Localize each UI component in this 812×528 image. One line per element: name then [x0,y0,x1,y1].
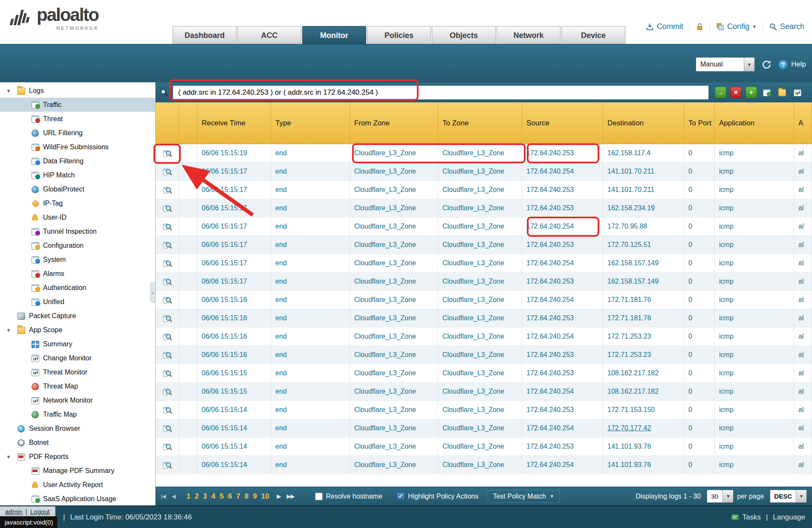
cell-from-zone[interactable]: Cloudflare_L3_Zone [350,291,438,309]
language-button[interactable]: Language [773,513,805,522]
cell-action[interactable]: al [794,383,812,401]
sidebar-item-system[interactable]: System [0,252,155,267]
cell-to-port[interactable]: 0 [684,218,715,236]
cell-application[interactable]: icmp [715,328,794,346]
log-detail-icon[interactable] [163,369,172,377]
cell-from-zone[interactable]: Cloudflare_L3_Zone [350,162,438,181]
page-3[interactable]: 3 [203,492,207,501]
prev-page-button[interactable]: ◀ [171,493,175,499]
sidebar-collapse-handle[interactable]: ‹ [150,283,155,302]
sidebar-item-traffic-map[interactable]: Traffic Map [0,407,155,421]
column-header-to-port[interactable]: To Port [684,102,715,144]
sidebar-item-change-monitor[interactable]: Change Monitor [0,351,155,365]
log-detail-icon[interactable] [163,388,172,396]
cell-type[interactable]: end [271,144,350,162]
cell-destination[interactable]: 162.158.157.149 [603,273,684,291]
cell-application[interactable]: icmp [715,401,794,419]
cell-action[interactable]: al [794,162,812,181]
cell-destination[interactable]: 141.101.70.211 [603,162,684,181]
column-header-source[interactable]: Source [522,102,603,144]
commit-button[interactable]: Commit [646,22,683,31]
cell-destination[interactable]: 108.162.217.182 [603,364,684,383]
cell-destination[interactable]: 172.70.95.88 [603,218,684,236]
cell-action[interactable]: al [794,328,812,346]
cell-from-zone[interactable]: Cloudflare_L3_Zone [350,236,438,254]
cell-source[interactable]: 172.64.240.253 [522,309,603,328]
load-filter-button[interactable] [776,87,788,98]
table-row[interactable]: 06/06 15:15:14endCloudflare_L3_ZoneCloud… [156,419,812,438]
log-detail-icon[interactable] [163,223,172,231]
column-header-to-zone[interactable]: To Zone [438,102,522,144]
cell-to-zone[interactable]: Cloudflare_L3_Zone [438,328,522,346]
sidebar-item-threat-monitor[interactable]: Threat Monitor [0,365,155,379]
cell-to-zone[interactable]: Cloudflare_L3_Zone [438,199,522,218]
cell-type[interactable]: end [271,273,350,291]
cell-to-zone[interactable]: Cloudflare_L3_Zone [438,273,522,291]
cell-receive-time[interactable]: 06/06 15:15:15 [197,383,271,401]
cell-receive-time[interactable]: 06/06 15:15:14 [197,456,271,474]
sidebar-item-unified[interactable]: Unified [0,295,155,309]
page-1[interactable]: 1 [186,492,190,501]
log-detail-icon[interactable] [163,241,172,249]
cell-application[interactable]: icmp [715,309,794,328]
cell-from-zone[interactable]: Cloudflare_L3_Zone [350,273,438,291]
cell-type[interactable]: end [271,438,350,456]
cell-source[interactable]: 172.64.240.254 [522,162,603,181]
cell-to-zone[interactable]: Cloudflare_L3_Zone [438,144,522,162]
cell-destination[interactable]: 162.158.157.149 [603,254,684,273]
cell-source[interactable]: 172.64.240.254 [522,419,603,438]
cell-to-zone[interactable]: Cloudflare_L3_Zone [438,236,522,254]
log-detail-icon[interactable] [163,333,172,341]
log-detail-icon[interactable] [163,461,172,469]
expander-icon[interactable]: ▼ [5,88,12,93]
sidebar-item-pdf-reports[interactable]: ▼PDF Reports [0,450,155,464]
tab-monitor[interactable]: Monitor [302,26,366,44]
cell-action[interactable]: al [794,456,812,474]
sidebar-item-app-scope[interactable]: ▼App Scope [0,323,155,337]
cell-destination[interactable]: 172.71.253.23 [603,328,684,346]
cell-to-port[interactable]: 0 [684,309,715,328]
sidebar-item-logs[interactable]: ▼Logs [0,84,155,98]
table-row[interactable]: 06/06 15:15:16endCloudflare_L3_ZoneCloud… [156,328,812,346]
cell-destination[interactable]: 141.101.93.76 [603,438,684,456]
cell-action[interactable]: al [794,364,812,383]
column-header-type[interactable]: Type [271,102,350,144]
cell-to-zone[interactable]: Cloudflare_L3_Zone [438,364,522,383]
cell-destination[interactable]: 172.70.177.42 [603,419,684,438]
cell-type[interactable]: end [271,456,350,474]
cell-application[interactable]: icmp [715,199,794,218]
cell-receive-time[interactable]: 06/06 15:15:16 [197,328,271,346]
cell-to-port[interactable]: 0 [684,181,715,199]
cell-to-port[interactable]: 0 [684,328,715,346]
cell-to-zone[interactable]: Cloudflare_L3_Zone [438,383,522,401]
table-row[interactable]: 06/06 15:15:19endCloudflare_L3_ZoneCloud… [156,144,812,162]
refresh-interval-select[interactable]: Manual ▼ [696,57,755,72]
page-2[interactable]: 2 [195,492,199,501]
cell-from-zone[interactable]: Cloudflare_L3_Zone [350,144,438,162]
page-6[interactable]: 6 [228,492,232,501]
sidebar-item-globalprotect[interactable]: GlobalProtect [0,182,155,196]
sidebar-item-summary[interactable]: Summary [0,337,155,351]
cell-from-zone[interactable]: Cloudflare_L3_Zone [350,181,438,199]
cell-destination[interactable]: 172.70.125.51 [603,236,684,254]
cell-from-zone[interactable]: Cloudflare_L3_Zone [350,383,438,401]
log-detail-icon[interactable] [163,424,172,432]
sidebar-item-wildfire-submissions[interactable]: WildFire Submissions [0,140,155,154]
cell-action[interactable]: al [794,236,812,254]
cell-to-port[interactable]: 0 [684,162,715,181]
cell-action[interactable]: al [794,401,812,419]
cell-receive-time[interactable]: 06/06 15:15:16 [197,291,271,309]
cell-source[interactable]: 172.64.240.253 [522,236,603,254]
cell-from-zone[interactable]: Cloudflare_L3_Zone [350,346,438,364]
cell-from-zone[interactable]: Cloudflare_L3_Zone [350,254,438,273]
sidebar-item-configuration[interactable]: Configuration [0,238,155,252]
cell-to-zone[interactable]: Cloudflare_L3_Zone [438,346,522,364]
sidebar-item-hip-match[interactable]: HIP Match [0,168,155,182]
sidebar-item-user-activity-report[interactable]: User Activity Report [0,478,155,492]
log-detail-icon[interactable] [163,204,172,212]
cell-destination[interactable]: 172.71.153.150 [603,401,684,419]
cell-type[interactable]: end [271,364,350,383]
next-page-button[interactable]: ▶ [277,493,281,499]
cell-action[interactable]: al [794,181,812,199]
cell-receive-time[interactable]: 06/06 15:15:17 [197,273,271,291]
